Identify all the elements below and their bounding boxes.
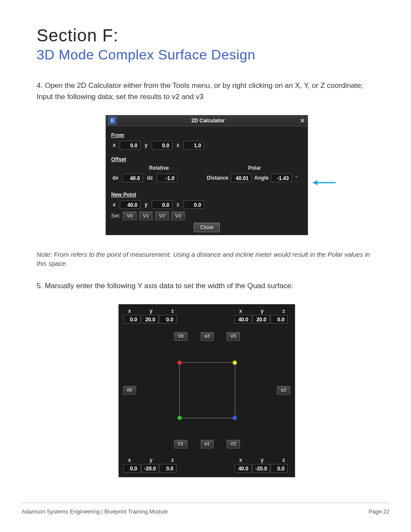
angle-label: Angle — [254, 175, 268, 181]
set-v1-button[interactable]: V1 — [139, 212, 153, 220]
quad-outline — [179, 362, 235, 418]
step-4-text: Open the 2D Calculator either from the T… — [37, 81, 363, 101]
from-z-field[interactable]: 1.0 — [184, 141, 204, 149]
vertex-dot-blue — [233, 416, 237, 420]
hdr-y: y — [145, 308, 158, 314]
window-title: 2D Calculator — [116, 118, 300, 124]
br-y-field[interactable]: -20.0 — [252, 464, 270, 473]
step-5: 5. Manually enter the following Y axis d… — [37, 280, 377, 292]
hdr-z: z — [166, 457, 179, 463]
hdr-z: z — [277, 308, 290, 314]
offset-label: Offset — [111, 156, 302, 162]
page-title: 3D Mode Complex Surface Design — [37, 47, 377, 63]
e1-button[interactable]: e1 — [201, 440, 214, 448]
v2-button[interactable]: V2 — [227, 440, 240, 448]
set-v2-button[interactable]: V2 — [155, 212, 168, 220]
step-4: 4. Open the 2D Calculator either from th… — [37, 80, 377, 103]
hdr-x: x — [234, 457, 247, 463]
vertex-dot-red — [177, 361, 182, 365]
from-label: From — [111, 132, 302, 138]
relative-header: Relative — [111, 165, 207, 171]
distance-field[interactable]: 40.01 — [231, 174, 252, 182]
np-z-label: z — [175, 202, 181, 208]
svg-marker-1 — [312, 180, 318, 185]
tl-y-field[interactable]: 20.0 — [141, 315, 159, 324]
angle-field[interactable]: -1.43 — [271, 174, 292, 182]
v3-button[interactable]: V3 — [227, 332, 240, 341]
np-x-field[interactable]: 40.0 — [120, 200, 140, 209]
polar-header: Polar — [207, 165, 302, 171]
top-left-corner: x y z 0.0 20.0 0.0 — [123, 308, 179, 324]
bl-x-field[interactable]: 0.0 — [123, 464, 140, 473]
step-5-num: 5. — [37, 282, 43, 290]
x-label: x — [111, 142, 117, 148]
hdr-x: x — [123, 308, 136, 314]
top-right-corner: x y z 40.0 20.0 0.0 — [234, 308, 290, 324]
step-4-num: 4. — [37, 81, 43, 90]
bottom-left-corner: x y z 0.0 -20.0 0.0 — [123, 457, 179, 473]
tr-x-field[interactable]: 40.0 — [234, 315, 252, 324]
close-icon[interactable]: ✕ — [300, 117, 305, 124]
hdr-y: y — [256, 308, 269, 314]
tr-y-field[interactable]: 20.0 — [252, 315, 270, 324]
calculator-titlebar[interactable]: B 2D Calculator ✕ — [106, 115, 308, 126]
dz-label: dz — [146, 175, 154, 181]
step-5-text: Manually enter the following Y axis data… — [45, 282, 293, 290]
footer-right: Page 22 — [369, 508, 389, 515]
np-y-field[interactable]: 0.0 — [152, 200, 172, 209]
page-footer: Adamson Systems Engineering | Blueprint … — [22, 503, 389, 515]
vertex-dot-green — [177, 416, 182, 420]
set-v0-button[interactable]: V0 — [123, 212, 136, 220]
dx-label: dx — [111, 175, 120, 181]
dz-field[interactable]: -1.0 — [157, 174, 177, 182]
dx-field[interactable]: 40.0 — [122, 174, 143, 182]
y-label: y — [143, 142, 149, 148]
np-x-label: x — [111, 202, 117, 208]
bl-y-field[interactable]: -20.0 — [141, 464, 159, 473]
np-y-label: y — [143, 202, 149, 208]
tl-x-field[interactable]: 0.0 — [123, 315, 140, 324]
calculator-window: B 2D Calculator ✕ From x 0.0 y 0.0 z 1.0… — [106, 115, 308, 235]
bl-z-field[interactable]: 0.0 — [159, 464, 177, 473]
app-icon: B — [109, 117, 116, 124]
footer-left: Adamson Systems Engineering | Blueprint … — [22, 508, 168, 515]
degree-unit: ° — [295, 175, 297, 181]
quad-surface-panel: x y z 0.0 20.0 0.0 x y z 40.0 20 — [118, 304, 295, 477]
new-point-label: New Point — [111, 192, 302, 198]
set-v3-button[interactable]: V3 — [171, 212, 185, 220]
br-x-field[interactable]: 40.0 — [234, 464, 252, 473]
z-label: z — [175, 142, 181, 148]
bottom-right-corner: x y z 40.0 -20.0 0.0 — [234, 457, 290, 473]
hdr-x: x — [234, 308, 247, 314]
hdr-z: z — [166, 308, 179, 314]
note-text: Note: From refers to the point of measur… — [37, 250, 377, 269]
tl-z-field[interactable]: 0.0 — [159, 315, 177, 324]
br-z-field[interactable]: 0.0 — [271, 464, 288, 473]
close-button[interactable]: Close — [194, 223, 220, 232]
v0-button[interactable]: V0 — [174, 332, 187, 341]
hdr-y: y — [145, 457, 158, 463]
vertex-dot-yellow — [233, 361, 237, 365]
from-y-field[interactable]: 0.0 — [152, 141, 172, 149]
v1-button[interactable]: V1 — [174, 440, 187, 448]
hdr-x: x — [123, 457, 136, 463]
section-label: Section F: — [37, 26, 377, 45]
from-x-field[interactable]: 0.0 — [120, 141, 140, 149]
e0-button[interactable]: e0 — [123, 386, 136, 395]
hdr-y: y — [256, 457, 269, 463]
np-z-field[interactable]: 0.0 — [184, 200, 204, 209]
set-label: Set: — [111, 213, 120, 219]
e2-button[interactable]: e2 — [277, 386, 290, 395]
callout-arrow-icon — [312, 179, 336, 187]
e3-button[interactable]: e3 — [201, 332, 214, 341]
tr-z-field[interactable]: 0.0 — [271, 315, 288, 324]
distance-label: Distance — [207, 175, 228, 181]
hdr-z: z — [277, 457, 290, 463]
